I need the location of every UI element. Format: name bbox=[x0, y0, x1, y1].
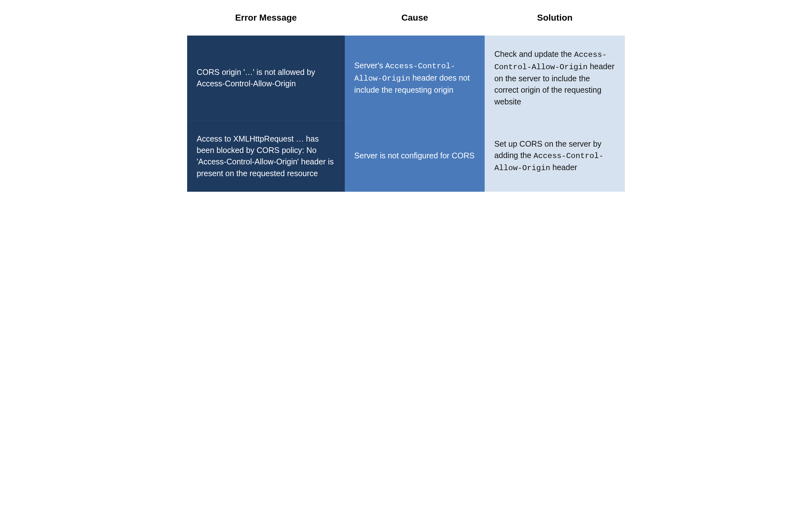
table-row: CORS origin '…' is not allowed by Access… bbox=[187, 35, 625, 120]
cause-pre: Server is not configured for CORS bbox=[354, 151, 475, 160]
cell-cause: Server is not configured for CORS bbox=[345, 120, 485, 192]
table-row: Access to XMLHttpRequest … has been bloc… bbox=[187, 120, 625, 192]
table-header-row: Error Message Cause Solution bbox=[187, 6, 625, 35]
error-text: Access to XMLHttpRequest … has been bloc… bbox=[197, 134, 334, 178]
error-text: CORS origin '…' is not allowed by Access… bbox=[197, 67, 315, 88]
cause-pre: Server's bbox=[354, 61, 385, 70]
cell-solution: Set up CORS on the server by adding the … bbox=[485, 120, 625, 192]
cell-solution: Check and update the Access-Control-Allo… bbox=[485, 35, 625, 120]
cell-error: Access to XMLHttpRequest … has been bloc… bbox=[187, 120, 345, 192]
cell-cause: Server's Access-Control-Allow-Origin hea… bbox=[345, 35, 485, 120]
header-error: Error Message bbox=[187, 6, 345, 35]
soln-post: header bbox=[550, 163, 577, 172]
header-cause: Cause bbox=[345, 6, 485, 35]
cell-error: CORS origin '…' is not allowed by Access… bbox=[187, 35, 345, 120]
cors-errors-table: Error Message Cause Solution CORS origin… bbox=[187, 6, 625, 192]
soln-pre: Check and update the bbox=[494, 49, 574, 58]
header-solution: Solution bbox=[485, 6, 625, 35]
